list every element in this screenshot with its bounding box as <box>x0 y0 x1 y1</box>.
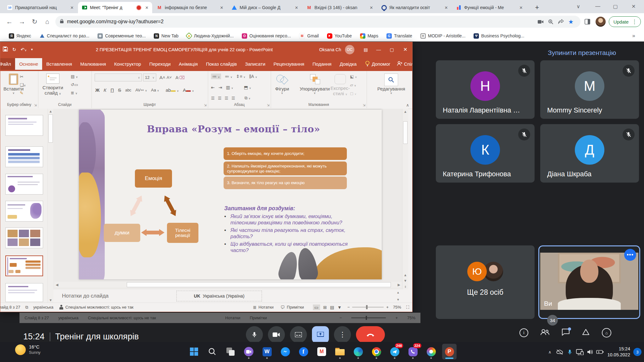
close-icon[interactable]: ✕ <box>219 5 225 10</box>
reload-icon[interactable]: ↻ <box>28 15 41 28</box>
notes-scroll-up-icon[interactable]: ▲ <box>397 291 400 294</box>
reset-icon[interactable]: ↺▭ <box>71 82 78 87</box>
diagram-node-body[interactable]: Тілесніреакції <box>167 223 198 243</box>
battery-icon[interactable] <box>595 345 605 359</box>
scroll-down-icon[interactable]: ▼ <box>48 298 53 302</box>
dialog-launcher-icon[interactable]: ⇲ <box>267 103 269 107</box>
stop-presenting-button[interactable]: Зупинити презентацію <box>548 49 616 57</box>
scroll-left-icon[interactable]: ◀ <box>56 283 58 287</box>
side-panel-icon[interactable] <box>582 17 592 27</box>
language-status[interactable]: українська <box>33 305 53 310</box>
fit-to-window-icon[interactable]: ⛶ <box>406 305 409 310</box>
slide-title[interactable]: Вправа «Розум – емоції – тіло» <box>123 123 344 134</box>
align-text-button[interactable]: ⬒ ∨ <box>244 85 251 90</box>
slide-thumbnail[interactable] <box>5 228 43 248</box>
shape-effects-icon[interactable]: ◻ ∨ <box>350 91 357 96</box>
copy-icon[interactable]: ❏∨ <box>20 82 26 87</box>
ppt-maximize-button[interactable]: ▢ <box>385 42 398 57</box>
scroll-right-icon[interactable]: ▶ <box>398 283 400 287</box>
zoom-out-icon[interactable]: − <box>347 305 350 310</box>
tab-calendar[interactable]: 10 Прикарпатський нац ✕ <box>3 2 77 13</box>
gmail-icon[interactable]: M <box>314 344 329 359</box>
italic-button[interactable]: К <box>104 87 107 93</box>
chat-icon[interactable] <box>562 328 570 337</box>
bullets-button[interactable]: ≔ ∨ <box>211 74 221 79</box>
shrink-font-icon[interactable]: А˅ <box>167 75 172 80</box>
slide-thumbnail[interactable] <box>5 174 43 195</box>
slide-thumbnail-selected[interactable] <box>5 255 43 276</box>
indent-button[interactable]: ⇥ <box>219 85 222 90</box>
leave-call-button[interactable] <box>356 326 385 343</box>
undo-icon[interactable]: ↶∨ <box>21 47 27 52</box>
forward-icon[interactable]: → <box>16 15 28 28</box>
file-explorer-icon[interactable] <box>333 344 347 359</box>
bookmark-youtube[interactable]: YouTube <box>327 33 352 39</box>
self-view-tile[interactable]: Ви ••• <box>538 245 640 319</box>
bookmark-gmail[interactable]: MGmail <box>299 33 319 39</box>
tile-options-button[interactable]: ••• <box>624 249 636 261</box>
close-icon[interactable]: ✕ <box>69 5 75 10</box>
new-tab-button[interactable]: + <box>532 3 542 13</box>
canvas-horizontal-scrollbar[interactable]: ◀ ▶ <box>54 282 402 288</box>
chrome-icon[interactable] <box>369 344 384 359</box>
quick-styles-button[interactable]: Експрес-стилі ∨ <box>330 74 350 96</box>
zoom-in-icon[interactable]: + <box>386 305 389 310</box>
tab-home[interactable]: Основне <box>15 58 42 70</box>
update-button[interactable]: Update ⋮ <box>609 16 641 27</box>
scroll-up-icon[interactable]: ▲ <box>48 109 53 113</box>
tab-record[interactable]: Записати <box>241 58 269 70</box>
camera-app-icon[interactable] <box>242 344 256 359</box>
mic-tray-icon[interactable] <box>565 345 575 359</box>
next-slide-icon[interactable]: ▼ <box>402 279 408 282</box>
start-button[interactable] <box>187 344 201 359</box>
format-painter-icon[interactable]: ✎ <box>20 90 26 96</box>
redo-icon[interactable]: ↻ <box>12 47 16 52</box>
highlight-button[interactable]: ab▬ ∨ <box>166 87 179 93</box>
font-color-button[interactable]: A▬ ∨ <box>183 87 194 93</box>
tab-meet[interactable]: Meet: "Тренінг д ✕ <box>78 2 152 13</box>
language-selector[interactable]: UKУкраїнська (Україна) <box>176 291 262 301</box>
cast-display-icon[interactable] <box>575 345 585 359</box>
profile-avatar[interactable] <box>596 17 606 27</box>
qat-customize-icon[interactable]: ▾ <box>31 47 33 52</box>
zoom-level[interactable]: 75% <box>393 305 401 310</box>
close-icon[interactable]: ✕ <box>369 5 374 10</box>
tab-insert[interactable]: Вставлення <box>42 58 76 70</box>
tab-animations[interactable]: Анімація <box>175 58 202 70</box>
share-icon[interactable] <box>556 17 566 27</box>
cut-icon[interactable]: ✂ <box>20 74 26 79</box>
thumbnails-scrollbar[interactable]: ▲ ▼ <box>47 109 53 303</box>
participant-tile[interactable]: M Mommy Sincerely <box>540 60 639 119</box>
slide-sorter-icon[interactable]: ⊞ <box>323 305 327 310</box>
onedrive-icon[interactable] <box>555 345 564 359</box>
slide[interactable]: Вправа «Розум – емоції – тіло» 1. Оберіт… <box>79 110 382 279</box>
weather-widget[interactable]: 16°C Sunny <box>15 344 41 355</box>
grow-font-icon[interactable]: А˄ <box>159 75 165 80</box>
clear-format-icon[interactable]: А⌫ <box>175 75 185 80</box>
section-icon[interactable]: ≣ ∨ <box>71 90 78 95</box>
kebab-menu-icon[interactable]: ⋮ <box>632 19 637 25</box>
tray-expand-icon[interactable]: ∧ <box>545 345 554 359</box>
split-handle-icon[interactable]: ⇕ <box>402 285 408 288</box>
bookmark-modip[interactable]: ✳MODIP - Aristotle... <box>420 33 466 39</box>
slide-thumbnail[interactable] <box>5 115 43 136</box>
facebook-icon[interactable]: f <box>296 344 311 359</box>
underline-button[interactable]: П <box>110 87 114 93</box>
char-spacing-button[interactable]: AV⇿ ∨ <box>136 88 147 92</box>
slide-thumbnail[interactable] <box>5 201 43 222</box>
reading-view-icon[interactable]: ▤ <box>330 305 334 310</box>
account-avatar[interactable]: OC <box>345 45 354 54</box>
back-icon[interactable]: ← <box>3 15 16 28</box>
share-button[interactable]: Спільний доступ <box>402 58 413 70</box>
host-controls-icon[interactable]: ⌂ <box>602 328 611 337</box>
notes-toggle[interactable]: ≣Нотатки <box>253 305 274 310</box>
captions-button[interactable] <box>290 326 307 343</box>
word-icon[interactable]: W <box>260 344 274 359</box>
display-settings-icon[interactable]: ⧉ <box>25 305 28 310</box>
tab-file[interactable]: Файл <box>0 58 15 70</box>
tab-design[interactable]: Конструктор <box>110 58 145 70</box>
new-slide-button[interactable]: ✦ Створитислайд ∨ <box>42 74 63 96</box>
bookmark-star-icon[interactable]: ★ <box>566 17 576 27</box>
edge-icon[interactable] <box>351 344 365 359</box>
slide-thumbnail[interactable] <box>5 283 43 302</box>
